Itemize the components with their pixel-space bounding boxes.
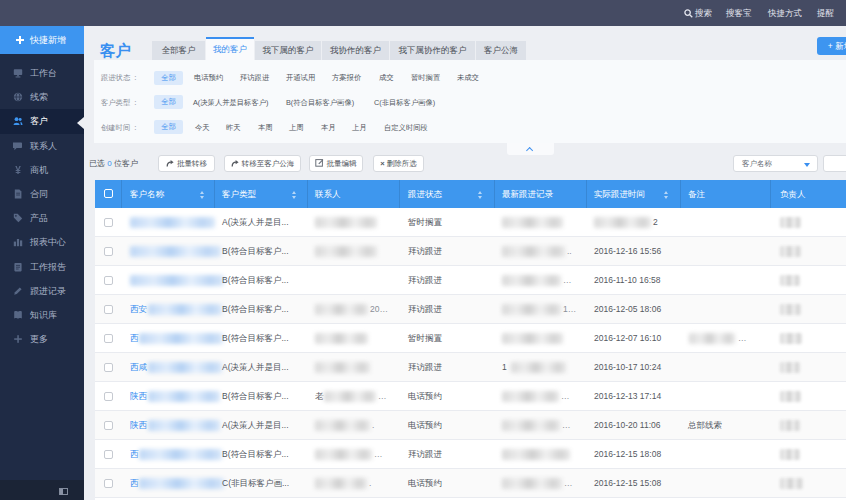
svg-text:¥: ¥ (15, 165, 21, 175)
